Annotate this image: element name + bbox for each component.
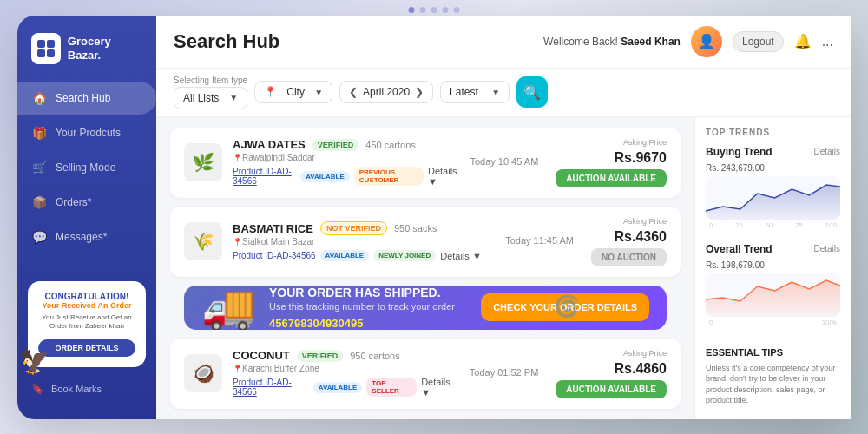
overall-trend-details-link[interactable]: Details	[813, 244, 840, 253]
listing-thumbnail: 🌿	[184, 143, 222, 181]
sidebar-item-your-products[interactable]: 🎁 Your Prodcuts	[17, 116, 156, 149]
sidebar-item-label: Messages*	[56, 231, 107, 243]
city-select[interactable]: 📍 City ▼	[254, 81, 332, 103]
listing-thumbnail: 🥥	[184, 354, 222, 392]
shipped-banner: 🚚 YOUR ORDER HAS SHIPPED. Use this track…	[184, 286, 667, 330]
overall-trend-chart	[706, 273, 840, 317]
price-label: Asking Price	[623, 138, 667, 147]
auction-button[interactable]: AUCTION AVAILABLE	[556, 380, 667, 398]
bookmark-icon: 🔖	[31, 383, 44, 395]
location-pin-icon: 📍	[264, 86, 277, 98]
dot-2[interactable]	[420, 7, 426, 13]
details-button[interactable]: Details ▼	[440, 251, 482, 261]
date-navigator: ❮ April 2020 ❯	[339, 81, 433, 103]
next-month-button[interactable]: ❯	[415, 86, 424, 98]
details-button[interactable]: Details ▼	[421, 377, 459, 398]
chevron-down-icon: ▼	[229, 93, 238, 102]
listing-info: BASMATI RICE NOT VERIFIED 950 sacks Sial…	[233, 221, 495, 261]
sidebar-item-bookmarks[interactable]: 🔖 Book Marks	[17, 376, 156, 402]
product-id-link[interactable]: Product ID-AD-34566	[233, 378, 309, 397]
current-date: April 2020	[363, 86, 410, 98]
sidebar-item-label: Orders*	[56, 196, 91, 208]
listing-qty: 950 cartons	[350, 351, 399, 361]
listing-qty: 950 sacks	[394, 223, 437, 233]
dot-3[interactable]	[431, 7, 437, 13]
price-label: Asking Price	[623, 349, 667, 358]
order-details-button[interactable]: ORDER DETAILS	[38, 339, 135, 357]
buying-trend-details-link[interactable]: Details	[813, 147, 840, 156]
delivery-character-icon: 🚚	[201, 286, 255, 330]
no-auction-button[interactable]: NO AUCTION	[591, 248, 667, 266]
listing-header: BASMATI RICE NOT VERIFIED 950 sacks	[233, 221, 495, 235]
sidebar-item-messages[interactable]: 💬 Messages*	[17, 220, 156, 253]
essential-tips-section: ESSENTIAL TIPS Unless it's a core compet…	[706, 347, 840, 406]
product-id-link[interactable]: Product ID-AD-34566	[233, 251, 316, 260]
listing-price-area: Asking Price Rs.4360 NO AUCTION	[591, 217, 667, 266]
listing-thumbnail: 🌾	[184, 222, 222, 260]
price-value: Rs.9670	[615, 150, 667, 166]
sidebar-item-orders[interactable]: 📦 Orders*	[17, 186, 156, 219]
sidebar-nav: 🏠 Search Hub 🎁 Your Prodcuts 🛒 Selling M…	[17, 82, 156, 273]
listing-header: COCONUT VERIFIED 950 cartons	[233, 349, 459, 362]
dot-4[interactable]	[443, 7, 449, 13]
listing-time-area: Today 10:45 AM	[470, 156, 538, 168]
buying-trend-value: Rs. 243,679.00	[706, 163, 840, 173]
available-tag: AVAILABLE	[313, 382, 363, 393]
congrat-character-icon: 🦅	[19, 347, 49, 376]
listing-card-coconut: 🥥 COCONUT VERIFIED 950 cartons Karachi B…	[170, 339, 681, 409]
cart-icon: 🛒	[31, 160, 47, 175]
listing-name: BASMATI RICE	[233, 222, 313, 235]
shipped-decoration-icon: 🌀	[554, 294, 580, 319]
details-button[interactable]: Details ▼	[428, 166, 459, 187]
tracking-number: 456798304930495	[269, 317, 467, 330]
listing-time-area: Today 11:45 AM	[505, 235, 574, 247]
avatar: 👤	[691, 26, 722, 57]
not-verified-badge: NOT VERIFIED	[320, 221, 387, 235]
home-icon: 🏠	[31, 90, 47, 106]
verified-badge: VERIFIED	[312, 139, 359, 151]
listing-tags: Product ID-AD-34566 AVAILABLE PREVIOUS C…	[233, 166, 459, 187]
logout-button[interactable]: Logout	[733, 31, 784, 52]
sidebar-item-search-hub[interactable]: 🏠 Search Hub	[17, 82, 156, 115]
page-title: Search Hub	[174, 30, 279, 53]
overall-trend-title: Overall Trend	[706, 243, 773, 255]
dot-navigation	[409, 7, 460, 13]
listing-qty: 450 cartons	[365, 140, 415, 150]
available-tag: AVAILABLE	[320, 250, 370, 261]
listing-location: Sialkot Main Bazar	[233, 237, 495, 247]
overall-trend-value: Rs. 198,679.00	[706, 260, 840, 270]
listing-card-basmati-rice: 🌾 BASMATI RICE NOT VERIFIED 950 sacks Si…	[170, 207, 681, 277]
messages-icon: 💬	[31, 229, 47, 245]
auction-button[interactable]: AUCTION AVAILABLE	[556, 169, 667, 187]
listing-location: Rawalpindi Saddar	[233, 153, 459, 162]
svg-rect-3	[47, 49, 55, 57]
buying-trend-title: Buying Trend	[706, 146, 773, 158]
svg-rect-0	[37, 40, 45, 48]
listing-info: AJWA DATES VERIFIED 450 cartons Rawalpin…	[233, 138, 459, 187]
more-menu-icon[interactable]: ...	[822, 34, 833, 49]
bell-icon[interactable]: 🔔	[794, 33, 812, 49]
chevron-down-icon-city: ▼	[314, 88, 323, 97]
search-filters: Selecting Item type All Lists ▼ 📍 City ▼…	[156, 69, 851, 117]
products-icon: 🎁	[31, 125, 47, 141]
logo-icon	[31, 33, 61, 64]
sidebar-item-selling-mode[interactable]: 🛒 Selling Mode	[17, 151, 156, 184]
dot-1[interactable]	[409, 7, 415, 13]
overall-trend-section: Overall Trend Details Rs. 198,679.00	[706, 243, 840, 328]
sidebar-item-label: Your Prodcuts	[56, 127, 121, 139]
dot-5[interactable]	[454, 7, 460, 13]
listing-time: Today 01:52 PM	[470, 367, 539, 378]
listing-info: COCONUT VERIFIED 950 cartons Karachi Buf…	[233, 349, 459, 398]
welcome-text: Wellcome Back! Saeed Khan	[543, 36, 681, 48]
svg-rect-2	[37, 49, 45, 57]
listing-location: Karachi Buffer Zone	[233, 364, 459, 373]
sort-select[interactable]: Latest ▼	[440, 81, 510, 103]
buying-trend-section: Buying Trend Details Rs. 243,679.00	[706, 146, 840, 231]
prev-month-button[interactable]: ❮	[349, 86, 358, 98]
item-type-select[interactable]: All Lists ▼	[174, 87, 247, 109]
product-id-link[interactable]: Product ID-AD-34566	[233, 167, 296, 186]
search-button[interactable]: 🔍	[516, 76, 548, 108]
listing-name: COCONUT	[233, 349, 290, 362]
overall-chart-labels: 0100k	[706, 317, 840, 328]
buying-chart-labels: 0255075100	[706, 220, 840, 231]
